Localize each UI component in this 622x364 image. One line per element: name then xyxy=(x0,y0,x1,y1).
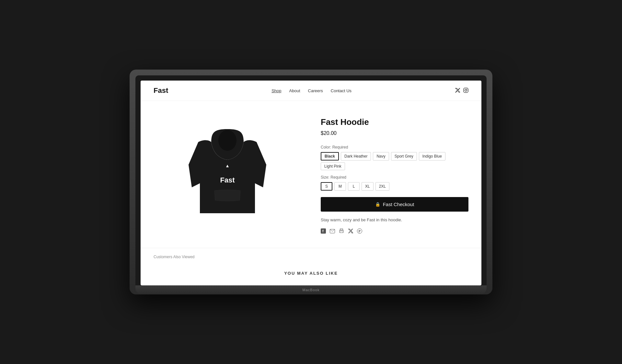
color-sport-grey[interactable]: Sport Grey xyxy=(391,152,417,160)
color-navy[interactable]: Navy xyxy=(373,152,389,160)
svg-text:P: P xyxy=(359,229,361,233)
svg-rect-0 xyxy=(464,88,468,93)
size-2xl[interactable]: 2XL xyxy=(375,182,389,191)
customers-section: Customers Also Viewed xyxy=(141,248,481,266)
size-m[interactable]: M xyxy=(334,182,346,191)
customers-label: Customers Also Viewed xyxy=(154,255,468,259)
product-image: Fast xyxy=(182,123,273,226)
nav-contact[interactable]: Contact Us xyxy=(331,88,351,93)
svg-text:f: f xyxy=(322,229,324,233)
social-icons xyxy=(455,88,468,94)
svg-point-1 xyxy=(465,89,467,91)
size-label: Size: Required xyxy=(321,175,468,180)
product-section: Fast Fast Hoodie $20.00 xyxy=(141,101,481,248)
color-options: Black Dark Heather Navy Sport Grey Indig… xyxy=(321,152,468,170)
product-image-container: Fast xyxy=(154,114,301,235)
product-price: $20.00 xyxy=(321,130,468,136)
share-icons: f xyxy=(321,228,468,235)
pinterest-share-icon[interactable]: P xyxy=(357,228,362,235)
svg-rect-11 xyxy=(340,231,343,233)
you-may-like-title: YOU MAY ALSO LIKE xyxy=(154,271,468,276)
checkout-label: Fast Checkout xyxy=(383,202,414,207)
size-xl[interactable]: XL xyxy=(362,182,374,191)
checkout-button[interactable]: 🔒 Fast Checkout xyxy=(321,197,468,212)
lock-icon: 🔒 xyxy=(375,202,380,207)
svg-point-3 xyxy=(218,130,236,151)
product-description: Stay warm, cozy and be Fast in this hood… xyxy=(321,217,468,223)
color-indigo-blue[interactable]: Indigo Blue xyxy=(419,152,445,160)
twitter-icon[interactable] xyxy=(455,88,460,94)
screen-bezel: Fast Shop About Careers Contact Us xyxy=(135,75,487,285)
nav-about[interactable]: About xyxy=(289,88,300,93)
product-title: Fast Hoodie xyxy=(321,117,468,127)
svg-point-2 xyxy=(467,89,467,89)
laptop-frame: Fast Shop About Careers Contact Us xyxy=(130,70,492,294)
site-nav: Shop About Careers Contact Us xyxy=(271,88,351,93)
you-may-like-section: YOU MAY ALSO LIKE xyxy=(141,266,481,285)
color-label: Color: Required xyxy=(321,145,468,149)
site-logo[interactable]: Fast xyxy=(154,86,168,95)
size-l[interactable]: L xyxy=(348,182,360,191)
twitter-share-icon[interactable] xyxy=(348,229,353,235)
print-share-icon[interactable] xyxy=(339,228,344,235)
laptop-brand: MacBook xyxy=(303,288,320,292)
size-s[interactable]: S xyxy=(321,182,332,191)
laptop-base: MacBook xyxy=(135,285,487,294)
svg-text:Fast: Fast xyxy=(220,176,235,184)
instagram-icon[interactable] xyxy=(463,88,468,94)
nav-careers[interactable]: Careers xyxy=(308,88,323,93)
product-details: Fast Hoodie $20.00 Color: Required Black… xyxy=(321,114,468,235)
color-dark-heather[interactable]: Dark Heather xyxy=(341,152,371,160)
facebook-share-icon[interactable]: f xyxy=(321,228,326,235)
size-options: S M L XL 2XL xyxy=(321,182,468,191)
email-share-icon[interactable] xyxy=(330,229,335,235)
color-light-pink[interactable]: Light Pink xyxy=(321,162,345,170)
screen: Fast Shop About Careers Contact Us xyxy=(141,81,481,285)
nav-shop[interactable]: Shop xyxy=(271,88,281,93)
site-header: Fast Shop About Careers Contact Us xyxy=(141,81,481,101)
color-black[interactable]: Black xyxy=(321,152,339,160)
